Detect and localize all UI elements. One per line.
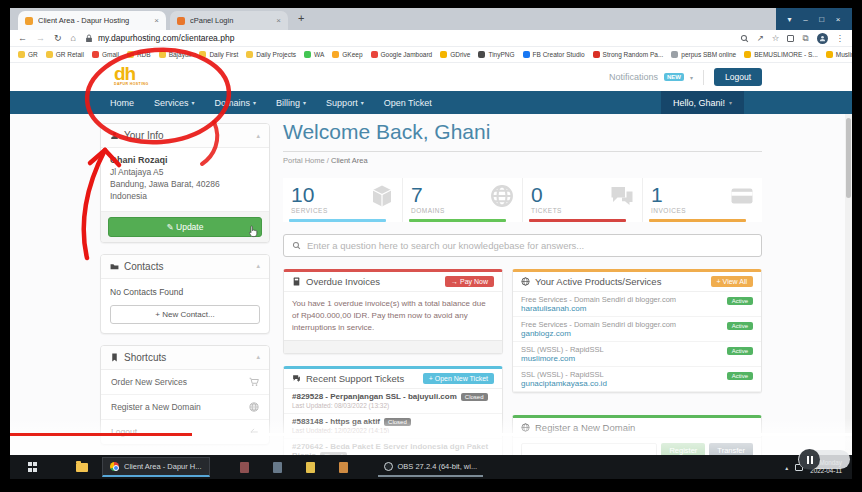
- stat-tile-services[interactable]: 10SERVICES: [283, 178, 402, 222]
- product-row[interactable]: SSL (WSSL) - RapidSSLgunaciptamkayasa.co…: [513, 367, 761, 392]
- user-greeting-menu[interactable]: Hello, Ghani!▾: [661, 91, 744, 114]
- tab-close-icon[interactable]: ×: [154, 16, 159, 25]
- browser-tab-cpanel[interactable]: cPanel Login ×: [170, 11, 288, 30]
- bookmark-item[interactable]: Strong Random Pa...: [593, 51, 664, 58]
- transfer-button[interactable]: Transfer: [709, 443, 753, 455]
- nav-item-billing[interactable]: Billing▾: [266, 91, 316, 114]
- register-button[interactable]: Register: [661, 443, 705, 455]
- shortcut-order-new-services[interactable]: Order New Services: [101, 370, 269, 395]
- nav-item-support[interactable]: Support▾: [316, 91, 374, 114]
- nav-item-open-ticket[interactable]: Open Ticket: [374, 91, 442, 114]
- domain-search-input[interactable]: [521, 443, 657, 455]
- bookmark-item[interactable]: RDB: [127, 51, 151, 58]
- shortcut-logout[interactable]: Logout: [101, 420, 269, 444]
- player-progress-bar[interactable]: [10, 433, 852, 436]
- nav-label: Domains: [215, 98, 251, 108]
- shortcuts-header[interactable]: Shortcuts ▴: [101, 346, 269, 370]
- app-icon[interactable]: [273, 462, 282, 473]
- bookmark-item[interactable]: Gmail: [92, 51, 119, 58]
- back-icon[interactable]: ←: [18, 33, 27, 43]
- status-badge: Active: [727, 347, 753, 355]
- search-icon[interactable]: [740, 34, 749, 43]
- nav-item-services[interactable]: Services▾: [144, 91, 205, 114]
- bookmark-item[interactable]: Daily First: [199, 51, 238, 58]
- bookmark-item[interactable]: WA: [304, 51, 324, 58]
- browser-tab-client-area[interactable]: Client Area - Dapur Hosting ×: [18, 11, 166, 30]
- your-info-header[interactable]: Your Info ▴: [101, 124, 269, 148]
- forward-icon[interactable]: →: [36, 33, 45, 43]
- nav-item-domains[interactable]: Domains▾: [205, 91, 267, 114]
- side-panel-icon[interactable]: [787, 35, 794, 42]
- breadcrumb-home[interactable]: Portal Home: [283, 156, 325, 165]
- product-row[interactable]: Free Services - Domain Sendiri di blogge…: [513, 292, 761, 317]
- bookmark-item[interactable]: GKeep: [332, 51, 362, 58]
- file-explorer-icon[interactable]: [76, 463, 88, 472]
- stat-tile-invoices[interactable]: 1INVOICES: [642, 178, 762, 222]
- chevron-down-icon[interactable]: ▾: [690, 74, 693, 81]
- dapurhosting-logo[interactable]: dh DAPUR HOSTING: [114, 64, 149, 87]
- knowledgebase-search-input[interactable]: [307, 240, 753, 251]
- product-domain-link[interactable]: haratulisanah.com: [521, 304, 753, 313]
- app-icon[interactable]: [306, 462, 315, 473]
- browser-scrollbar[interactable]: [845, 114, 852, 455]
- ticket-row[interactable]: #270642 - Beda Paket E Server Indonesia …: [284, 439, 502, 455]
- app-icon[interactable]: [339, 462, 348, 473]
- bookmark-item[interactable]: GR Retail: [46, 51, 84, 58]
- bookmark-item[interactable]: TinyPNG: [478, 51, 514, 58]
- menu-kebab-icon[interactable]: ⋮: [836, 33, 845, 43]
- bookmark-item[interactable]: Daily Projects: [246, 51, 296, 58]
- bookmark-item[interactable]: Google Jamboard: [371, 51, 433, 58]
- refresh-icon[interactable]: ↻: [54, 33, 62, 43]
- tab-search-icon[interactable]: ▾: [788, 15, 792, 24]
- update-info-button[interactable]: ✎ Update: [108, 217, 262, 237]
- bookmark-item[interactable]: BEMUSLIMORE - S...: [744, 51, 818, 58]
- maximize-button[interactable]: □: [819, 15, 824, 24]
- product-domain-link[interactable]: gunaciptamkayasa.co.id: [521, 379, 753, 388]
- product-row[interactable]: SSL (WSSL) - RapidSSLmuslimore.comActive: [513, 342, 761, 367]
- scrollbar-thumb[interactable]: [846, 118, 851, 198]
- view-all-button[interactable]: + View All: [711, 276, 753, 287]
- home-icon[interactable]: ⌂: [71, 33, 76, 43]
- logout-button[interactable]: Logout: [714, 68, 762, 86]
- new-contact-button[interactable]: + New Contact...: [110, 305, 260, 324]
- profile-avatar[interactable]: [817, 33, 828, 44]
- bookmark-item[interactable]: FB Creator Studio: [523, 51, 585, 58]
- start-button-icon[interactable]: [28, 462, 38, 472]
- new-tab-button[interactable]: +: [298, 12, 304, 24]
- pause-button[interactable]: [799, 449, 820, 470]
- open-new-ticket-button[interactable]: + Open New Ticket: [423, 373, 494, 384]
- contacts-header[interactable]: Contacts ▴: [101, 255, 269, 279]
- collapse-chevron-icon[interactable]: ▴: [256, 353, 260, 361]
- product-domain-link[interactable]: ganblogz.com: [521, 329, 753, 338]
- tab-close-icon[interactable]: ×: [276, 16, 281, 25]
- bookmark-star-icon[interactable]: ☆: [772, 33, 780, 43]
- url-bar[interactable]: my.dapurhosting.com/clientarea.php: [85, 33, 731, 43]
- product-row[interactable]: Free Services - Domain Sendiri di blogge…: [513, 317, 761, 342]
- minimize-button[interactable]: –: [803, 15, 807, 24]
- notifications-label[interactable]: Notifications: [609, 72, 658, 82]
- bookmark-item[interactable]: Muslimore GDrive: [826, 51, 852, 58]
- tray-chevron-icon[interactable]: ▴: [785, 464, 788, 471]
- chrome-taskbar-button[interactable]: Client Area - Dapur H...: [102, 457, 210, 477]
- product-domain-link[interactable]: muslimore.com: [521, 354, 753, 363]
- products-list: Free Services - Domain Sendiri di blogge…: [513, 292, 761, 392]
- ticket-row[interactable]: #829528 - Perpanjangan SSL - bajuyuli.co…: [284, 389, 502, 414]
- pay-now-button[interactable]: → Pay Now: [445, 276, 494, 287]
- stat-tile-domains[interactable]: 7DOMAINS: [402, 178, 522, 222]
- stat-underline: [289, 219, 386, 222]
- bookmark-item[interactable]: perpus SBM online: [671, 51, 736, 58]
- collapse-chevron-icon[interactable]: ▴: [256, 262, 260, 270]
- bookmark-item[interactable]: Bajayuli: [159, 51, 192, 58]
- nav-item-home[interactable]: Home: [100, 91, 144, 114]
- stat-tile-tickets[interactable]: 0TICKETS: [522, 178, 642, 222]
- extensions-icon[interactable]: ⧉: [802, 33, 808, 44]
- bookmark-item[interactable]: GR: [18, 51, 38, 58]
- bookmark-item[interactable]: GDrive: [440, 51, 470, 58]
- app-icon[interactable]: [240, 462, 249, 473]
- knowledgebase-search: [283, 234, 762, 257]
- share-icon[interactable]: ↗: [757, 33, 764, 43]
- close-button[interactable]: ×: [836, 15, 841, 24]
- obs-taskbar-button[interactable]: OBS 27.2.4 (64-bit, wi...: [378, 457, 484, 477]
- shortcut-register-a-new-domain[interactable]: Register a New Domain: [101, 395, 269, 420]
- collapse-chevron-icon[interactable]: ▴: [256, 132, 260, 140]
